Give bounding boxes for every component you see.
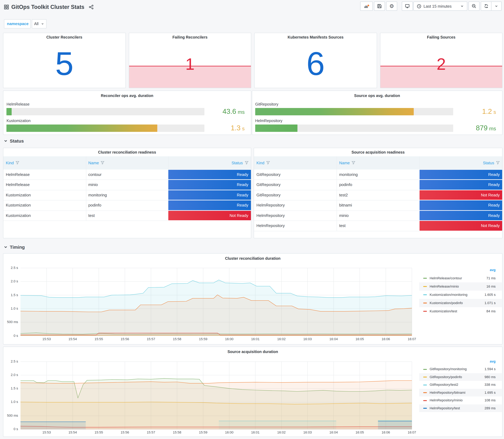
x-axis-label: 16:01 (249, 430, 262, 434)
stat-panel-title: Failing Reconcilers (129, 35, 251, 39)
x-axis-label: 16:06 (379, 430, 393, 434)
chart-panel-1: Source acquisition duration0 s500 ms1.0 … (3, 347, 503, 437)
section-status[interactable]: Status (4, 138, 24, 144)
column-header-name[interactable]: Name (86, 156, 168, 169)
cell-status: Not Ready (419, 190, 502, 200)
legend-series-name[interactable]: Kustomization/podinfo (430, 301, 463, 305)
x-axis-label: 16:07 (405, 430, 419, 434)
gauge-bar-track (7, 108, 205, 115)
y-axis-label: 0 s (3, 334, 18, 337)
stat-panel-title: Cluster Reconcilers (3, 35, 125, 39)
stat-value: 6 (255, 44, 377, 83)
y-axis-label: 2.5 s (3, 359, 18, 363)
column-header-kind[interactable]: Kind (254, 156, 337, 169)
x-axis-label: 15:56 (118, 337, 132, 341)
filter-icon[interactable] (101, 161, 104, 165)
x-axis-label: 16:04 (327, 337, 340, 341)
table-panel-1: Source acquisition readinessKindNameStat… (254, 148, 503, 238)
legend-series-name[interactable]: HelmRelease/minio (430, 284, 459, 288)
legend-series-color (423, 294, 427, 295)
legend-series-name[interactable]: HelmRepository/test (430, 406, 460, 410)
gauge-bar-track (7, 124, 205, 132)
stat-value: 1 (129, 54, 251, 73)
column-header-name[interactable]: Name (337, 156, 419, 169)
zoom-out-button[interactable] (468, 1, 479, 11)
x-axis-label: 16:00 (222, 337, 236, 341)
legend-series-avg: 71 ms (471, 276, 496, 280)
x-axis-label: 16:03 (301, 430, 314, 434)
column-header-kind[interactable]: Kind (3, 156, 86, 169)
cell-kind: Kustomization (3, 200, 86, 210)
legend-series-color (423, 408, 427, 409)
cell-status: Ready (168, 180, 251, 190)
x-axis-label: 16:00 (222, 430, 236, 434)
stat-panel-3: Failing Sources2 (380, 33, 503, 88)
legend-series-name[interactable]: GitRepository/test2 (430, 383, 458, 386)
save-dashboard-button[interactable] (374, 1, 385, 11)
cell-kind: HelmRelease (3, 169, 86, 180)
time-range-picker[interactable]: Last 15 minutes (413, 1, 467, 11)
filter-icon[interactable] (496, 161, 500, 165)
filter-icon[interactable] (245, 161, 248, 165)
legend-series-name[interactable]: HelmRepository/bitnami (430, 390, 466, 394)
gauge-bar-fill (7, 124, 158, 132)
stat-panel-title: Kubernetes Manifests Sources (255, 35, 377, 39)
refresh-interval-dropdown[interactable] (492, 1, 502, 11)
gauge-value: 1.2s (459, 108, 496, 116)
legend-series-avg: 1.695 s (471, 390, 496, 394)
column-header-status[interactable]: Status (168, 156, 251, 169)
x-axis-label: 15:56 (118, 430, 132, 434)
chart-panel-0: Cluster reconciliation duration0 s500 ms… (3, 253, 503, 344)
apps-icon[interactable] (4, 5, 9, 10)
y-axis-label: 1.0 s (3, 306, 18, 310)
cell-kind: Kustomization (3, 210, 86, 220)
clock-icon (417, 4, 421, 8)
gauge-bar-fill (255, 124, 298, 132)
share-icon[interactable] (89, 5, 94, 10)
legend-series-name[interactable]: GitRepository/podinfo (430, 375, 462, 378)
refresh-button[interactable] (481, 1, 492, 11)
y-axis-label: 2.0 s (3, 280, 18, 283)
x-axis-label: 15:59 (197, 430, 210, 434)
dashboard-title[interactable]: GitOps Toolkit Cluster Stats (11, 4, 84, 10)
column-header-status[interactable]: Status (419, 156, 502, 169)
legend-avg-header[interactable]: avg (477, 359, 496, 363)
legend-series-name[interactable]: HelmRepository/minio (430, 398, 463, 402)
chart-plot-area[interactable] (21, 361, 412, 429)
legend-series-name[interactable]: HelmRelease/contour (430, 276, 462, 280)
section-timing[interactable]: Timing (4, 244, 25, 250)
toolbar: ⚙ Last 15 minutes (360, 1, 502, 11)
legend-series-name[interactable]: GitRepository/monitoring (430, 367, 467, 371)
y-axis-label: 1.0 s (3, 400, 18, 404)
cell-status: Ready (168, 170, 251, 179)
cell-status: Ready (168, 200, 251, 210)
cycle-view-mode-button[interactable] (402, 1, 413, 11)
legend-series-name[interactable]: Kustomization/test (430, 309, 457, 313)
stat-panel-0: Cluster Reconcilers5 (3, 33, 126, 88)
filter-icon[interactable] (16, 161, 19, 165)
filter-icon[interactable] (266, 161, 270, 165)
y-axis-label: 500 ms (3, 320, 18, 324)
variable-namespace-label[interactable]: namespace (4, 19, 30, 28)
add-panel-button[interactable] (360, 1, 373, 11)
cell-name: contour (86, 169, 168, 180)
legend-series-color (423, 278, 427, 279)
legend-series-name[interactable]: Kustomization/monitoring (430, 293, 467, 296)
gauge-value: 1.3s (208, 124, 245, 132)
stat-panel-title: Failing Sources (380, 35, 502, 39)
legend-avg-header[interactable]: avg (477, 268, 496, 271)
x-axis-label: 15:57 (144, 430, 158, 434)
cell-name: monitoring (337, 169, 419, 180)
filter-icon[interactable] (352, 161, 355, 165)
x-axis-label: 15:58 (170, 430, 184, 434)
stat-value: 5 (3, 44, 125, 83)
x-axis-label: 15:54 (66, 430, 79, 434)
dashboard-settings-button[interactable]: ⚙ (386, 1, 397, 11)
chart-plot-area[interactable] (21, 268, 412, 336)
x-axis-label: 16:07 (405, 337, 419, 341)
stat-panel-2: Kubernetes Manifests Sources6 (254, 33, 377, 88)
legend-series-color (423, 377, 427, 378)
legend-series-avg: 1.071 s (471, 301, 496, 305)
variable-namespace-select[interactable]: All (32, 19, 46, 28)
chevron-down-icon (460, 4, 464, 8)
